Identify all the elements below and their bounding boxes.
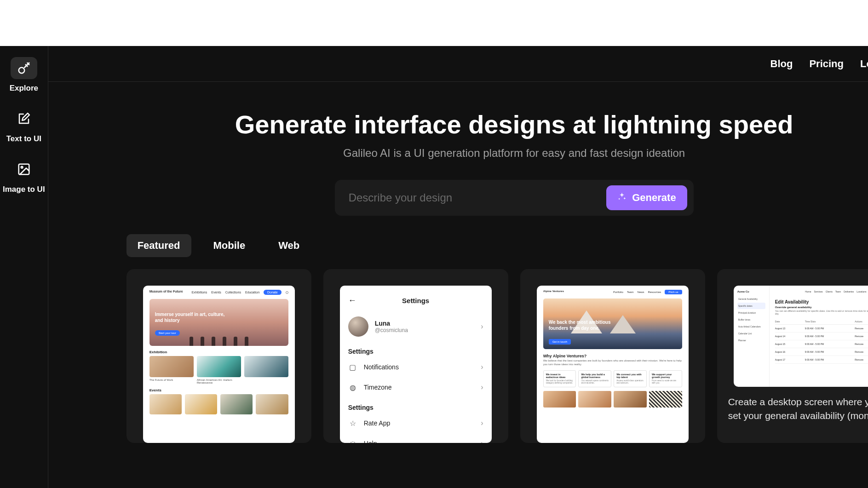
- sidebar: Explore Text to UI Image to UI: [0, 46, 48, 488]
- explore-icon: [11, 57, 37, 79]
- chevron-right-icon: ›: [481, 383, 483, 391]
- nav-login[interactable]: Log in: [860, 58, 868, 70]
- svg-point-0: [19, 68, 25, 74]
- tab-web[interactable]: Web: [267, 234, 310, 257]
- hero-section: Generate interface designs at lightning …: [48, 82, 868, 230]
- chevron-right-icon: ›: [481, 419, 483, 427]
- sidebar-item-label: Explore: [10, 84, 38, 93]
- globe-icon: ◍: [348, 383, 357, 392]
- image-icon: [11, 158, 37, 180]
- hero-title: Generate interface designs at lightning …: [67, 109, 868, 139]
- sidebar-item-text-to-ui[interactable]: Text to UI: [0, 101, 48, 152]
- thumbnail: ← Settings Luna @cosmicluna › Settings ▢…: [340, 286, 492, 443]
- chevron-right-icon: ›: [481, 363, 483, 371]
- sidebar-item-label: Text to UI: [6, 134, 41, 144]
- card-caption: Create a desktop screen where you set yo…: [717, 387, 868, 423]
- filter-tabs: Featured Mobile Web: [48, 230, 868, 266]
- chevron-right-icon: ›: [481, 439, 483, 443]
- main-content: Blog Pricing Log in Sign up Generate int…: [48, 46, 868, 488]
- gallery-card-alpine[interactable]: Alpine Ventures Portfolio Team News Reso…: [520, 269, 705, 443]
- avatar: [348, 316, 368, 337]
- thumb-brand: Museum of the Future: [149, 290, 183, 295]
- edit-icon: [11, 108, 37, 130]
- hero-subtitle: Galileo AI is a UI generation platform f…: [67, 147, 868, 160]
- sidebar-item-explore[interactable]: Explore: [0, 51, 48, 101]
- star-icon: ☆: [348, 419, 357, 428]
- generate-label: Generate: [632, 192, 676, 204]
- thumbnail: Acme Co General Availability Specific da…: [734, 286, 868, 387]
- svg-point-5: [21, 166, 23, 168]
- help-icon: ◌: [348, 439, 357, 443]
- top-nav: Blog Pricing Log in Sign up: [48, 46, 868, 82]
- browser-chrome-blank: [0, 0, 868, 46]
- gallery-card-settings[interactable]: ← Settings Luna @cosmicluna › Settings ▢…: [323, 269, 508, 443]
- sidebar-item-label: Image to UI: [3, 185, 45, 194]
- bell-icon: ▢: [348, 362, 357, 372]
- generate-button[interactable]: Generate: [606, 185, 687, 210]
- nav-pricing[interactable]: Pricing: [809, 58, 844, 70]
- nav-blog[interactable]: Blog: [770, 58, 793, 70]
- back-arrow-icon: ←: [348, 296, 356, 305]
- prompt-bar: Generate: [335, 180, 694, 216]
- tab-mobile[interactable]: Mobile: [202, 234, 257, 257]
- app-root: Explore Text to UI Image to UI Blog Pric…: [0, 46, 868, 488]
- gallery: Museum of the Future Exhibitions Events …: [48, 266, 868, 443]
- gallery-card-availability[interactable]: Acme Co General Availability Specific da…: [717, 269, 868, 443]
- chevron-right-icon: ›: [481, 322, 483, 331]
- tab-featured[interactable]: Featured: [126, 234, 191, 257]
- prompt-input[interactable]: [349, 191, 607, 204]
- thumbnail: Museum of the Future Exhibitions Events …: [143, 286, 295, 443]
- thumbnail: Alpine Ventures Portfolio Team News Reso…: [537, 286, 689, 443]
- sidebar-item-image-to-ui[interactable]: Image to UI: [0, 152, 48, 202]
- gallery-card-museum[interactable]: Museum of the Future Exhibitions Events …: [126, 269, 311, 443]
- sparkle-icon: [617, 192, 627, 204]
